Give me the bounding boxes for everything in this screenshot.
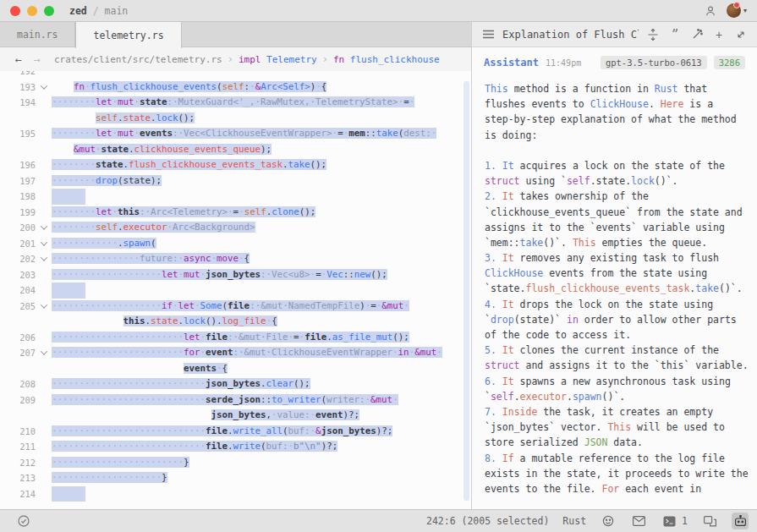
cursor-position[interactable]: 242:6 (2005 selected): [426, 515, 549, 527]
menu-icon[interactable]: [480, 27, 496, 42]
diagnostics-ok-icon[interactable]: [15, 513, 32, 529]
forward-button[interactable]: →: [30, 53, 44, 66]
assistant-text-line: flushes events to ClickHouse. Here is a: [485, 96, 757, 112]
code-line[interactable]: json_bytes,·value:·event)?;: [0, 408, 471, 424]
status-bar: 242:6 (2005 selected) Rust 1: [0, 509, 757, 532]
assistant-text-line: 7. Inside the task, it creates an empty: [485, 404, 757, 420]
code-line[interactable]: 203····················let·mut·json_byte…: [0, 267, 471, 283]
expand-panel-icon[interactable]: [733, 27, 749, 42]
traffic-lights: [10, 6, 54, 16]
code-line[interactable]: self.state.lock();: [0, 111, 471, 127]
tab-telemetry-rs[interactable]: telemetry.rs: [75, 22, 181, 48]
split-message-icon[interactable]: [645, 27, 661, 42]
notification-dot: [733, 2, 740, 8]
terminal-icon[interactable]: [661, 513, 677, 529]
branch-name[interactable]: main: [105, 5, 129, 17]
assistant-text-line: 8. If a mutable reference to the log fil…: [485, 451, 757, 466]
fn-keyword: fn: [333, 54, 344, 65]
split-layout-icon[interactable]: [701, 513, 718, 529]
assistant-text-line: is doing:: [485, 128, 757, 143]
model-badge[interactable]: gpt-3.5-turbo-0613: [601, 56, 707, 69]
assistant-text-line: ClickHouse events from the state using: [485, 266, 757, 281]
code-line[interactable]: 200········self.executor·Arc<Background>: [0, 220, 471, 236]
avatar-caret-icon: ▾: [743, 7, 747, 14]
code-line[interactable]: 208····························json_byte…: [0, 376, 471, 392]
new-conversation-icon[interactable]: +: [711, 27, 727, 42]
code-line[interactable]: 193 fn·flush_clickhouse_events(self:·&Ar…: [0, 80, 471, 96]
token-count-badge: 3286: [714, 56, 745, 69]
user-avatar[interactable]: ▾: [727, 3, 747, 18]
breadcrumb: ← → crates/client/src/telemetry.rs › imp…: [0, 47, 471, 71]
assistant-text-line: `drop(state)` in order to allow other pa…: [485, 312, 757, 327]
assistant-text-line: 3. It removes any existing task to flush: [485, 250, 757, 266]
message-time: 11:49pm: [546, 58, 581, 68]
fn-name: flush_clickhouse: [350, 54, 440, 65]
assistant-text-line: of the code to access it.: [485, 327, 757, 343]
back-button[interactable]: ←: [12, 53, 25, 66]
breadcrumb-path[interactable]: crates/client/src/telemetry.rs: [54, 54, 222, 65]
code-line[interactable]: 209····························serde_jso…: [0, 392, 471, 409]
assistant-text-line: store serialized JSON data.: [485, 435, 757, 450]
code-line[interactable]: &mut·state.clickhouse_events_queue);: [0, 142, 471, 158]
code-line[interactable]: 204: [0, 282, 471, 299]
mail-icon[interactable]: [630, 513, 647, 529]
assistant-text-line: `state.flush_clickhouse_events_task.take…: [485, 281, 757, 296]
code-line[interactable]: 214: [0, 486, 471, 502]
conversation-title[interactable]: Explanation of Flush Clic: [502, 29, 639, 41]
window-title: zed / main: [69, 5, 128, 17]
assistant-text-line: 5. It clones the current instance of the: [485, 343, 757, 358]
close-window-button[interactable]: [10, 6, 20, 16]
tab-main-rs[interactable]: main.rs: [0, 22, 75, 47]
quote-selection-icon[interactable]: ”: [667, 27, 683, 42]
terminal-count: 1: [682, 515, 688, 527]
code-line[interactable]: 210····························file.writ…: [0, 424, 471, 440]
code-line[interactable]: 207························for·event:·&m…: [0, 345, 471, 361]
zoom-window-button[interactable]: [44, 6, 54, 16]
code-line[interactable]: 202················future:·async·move·{: [0, 251, 471, 267]
code-line[interactable]: 194········let·mut·state:·MutexGuard<'_,…: [0, 95, 471, 111]
code-line[interactable]: 206························let·file:·&mu…: [0, 330, 471, 346]
code-editor[interactable]: 192193 fn·flush_clickhouse_events(self:·…: [0, 71, 471, 509]
code-line[interactable]: 199········let·this:·Arc<Telemetry>·=·se…: [0, 205, 471, 221]
code-line[interactable]: 198: [0, 189, 471, 205]
tab-bar: main.rs telemetry.rs: [0, 22, 471, 47]
tab-label: telemetry.rs: [93, 30, 163, 41]
breadcrumb-impl[interactable]: impl Telemetry: [239, 54, 317, 65]
code-line[interactable]: 201············.spawn(: [0, 236, 471, 252]
breadcrumb-separator: ›: [322, 53, 328, 65]
impl-name: Telemetry: [266, 54, 317, 65]
assistant-text-line: `self.executor.spawn()`.: [485, 389, 757, 404]
assistant-panel: Explanation of Flush Clic ” + Assistant: [471, 22, 757, 509]
feedback-icon[interactable]: [600, 513, 617, 529]
assistant-text-line: `mem::take()`. This empties the queue.: [485, 235, 757, 250]
code-line[interactable]: 213····················}: [0, 470, 471, 486]
assistant-text-line: events to the file. For each event in: [485, 481, 757, 492]
sender-label[interactable]: Assistant: [484, 57, 539, 69]
assistant-toggle-icon[interactable]: [732, 513, 749, 529]
tab-label: main.rs: [17, 29, 58, 41]
editor-pane: main.rs telemetry.rs ← → crates/client/s…: [0, 22, 471, 509]
breadcrumb-fn[interactable]: fn flush_clickhouse: [333, 54, 440, 65]
code-line[interactable]: events·{: [0, 361, 471, 377]
magic-wand-icon[interactable]: [689, 27, 705, 42]
minimize-window-button[interactable]: [27, 6, 37, 16]
assistant-text-line: 2. It takes ownership of the: [485, 189, 757, 204]
code-line[interactable]: 196········state.flush_clickhouse_events…: [0, 157, 471, 173]
assistant-text-line: 6. It spawns a new asynchronous task usi…: [485, 374, 757, 389]
editor-scrollbar[interactable]: [464, 81, 469, 501]
breadcrumb-separator: ›: [228, 53, 233, 65]
language-indicator[interactable]: Rust: [562, 515, 586, 527]
code-line[interactable]: 205····················if·let·Some(file:…: [0, 299, 471, 315]
code-line[interactable]: 197········drop(state);: [0, 173, 471, 189]
code-line[interactable]: 212························}: [0, 455, 471, 471]
title-bar: zed / main ▾: [0, 0, 757, 22]
assistant-lines: This method is a function in Rust thatfl…: [485, 81, 757, 492]
collaborator-icon[interactable]: [703, 3, 718, 19]
code-line[interactable]: 195········let·mut·events:·Vec<Clickhous…: [0, 126, 471, 142]
code-line[interactable]: 192: [0, 71, 471, 80]
assistant-text-line: 4. It drops the lock on the state using: [485, 297, 757, 312]
code-line[interactable]: 211····························file.writ…: [0, 439, 471, 455]
code-line[interactable]: this.state.lock().log_file·{: [0, 314, 471, 330]
impl-keyword: impl: [239, 54, 261, 65]
assistant-text-line: struct using `self.state.lock()`.: [485, 173, 757, 189]
